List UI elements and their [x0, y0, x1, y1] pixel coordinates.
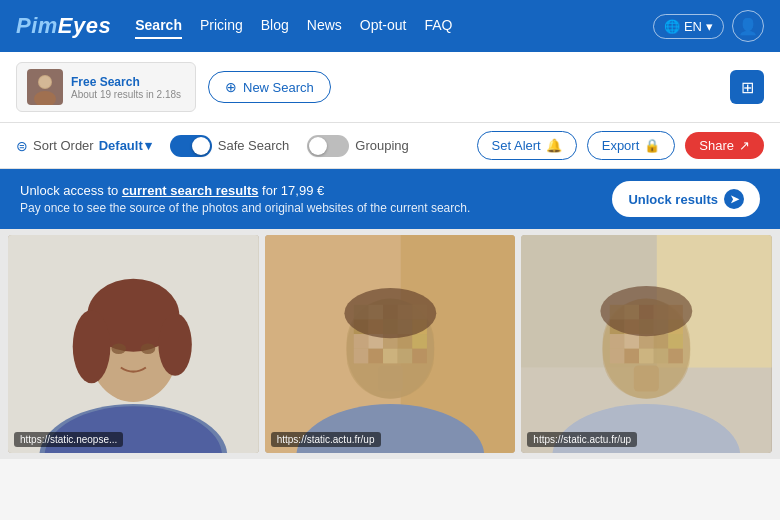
language-button[interactable]: 🌐 EN ▾ — [653, 14, 724, 39]
svg-rect-71 — [669, 349, 684, 364]
new-search-button[interactable]: ⊕ New Search — [208, 71, 331, 103]
logo: PimEyes — [16, 13, 111, 39]
header: PimEyes Search Pricing Blog News Opt-out… — [0, 0, 780, 52]
svg-point-14 — [111, 343, 126, 353]
image-label-1: https://static.neopse... — [14, 432, 123, 447]
export-button[interactable]: Export 🔒 — [587, 131, 676, 160]
svg-point-15 — [141, 343, 156, 353]
nav-pricing[interactable]: Pricing — [200, 13, 243, 39]
search-bar-area: Free Search About 19 results in 2.18s ⊕ … — [0, 52, 780, 123]
image-grid: https://static.neopse... — [0, 229, 780, 459]
svg-point-13 — [158, 313, 191, 376]
svg-rect-65 — [654, 334, 669, 349]
svg-rect-43 — [412, 349, 427, 364]
safe-search-label: Safe Search — [218, 138, 290, 153]
nav-optout[interactable]: Opt-out — [360, 13, 407, 39]
image-label-3: https://static.actu.fr/up — [527, 432, 637, 447]
nav-faq[interactable]: FAQ — [425, 13, 453, 39]
svg-rect-62 — [610, 334, 625, 349]
svg-point-3 — [39, 76, 51, 88]
globe-icon: 🌐 — [664, 19, 680, 34]
search-preview: Free Search About 19 results in 2.18s — [16, 62, 196, 112]
sort-icon: ⊜ — [16, 138, 28, 154]
image-card-2[interactable]: https://static.actu.fr/up — [265, 235, 516, 453]
svg-rect-40 — [368, 349, 383, 364]
grouping-toggle[interactable] — [307, 135, 349, 157]
chevron-icon: ▾ — [145, 138, 152, 153]
bell-icon: 🔔 — [546, 138, 562, 153]
user-button[interactable]: 👤 — [732, 10, 764, 42]
svg-point-12 — [73, 310, 111, 383]
svg-rect-70 — [654, 349, 669, 364]
share-button[interactable]: Share ↗ — [685, 132, 764, 159]
svg-rect-34 — [353, 334, 368, 349]
share-label: Share — [699, 138, 734, 153]
svg-rect-68 — [625, 349, 640, 364]
svg-rect-41 — [383, 349, 398, 364]
unlock-main-text: Unlock access to current search results … — [20, 183, 470, 198]
search-preview-title: Free Search — [71, 75, 181, 89]
unlock-highlight: current search results — [122, 183, 259, 198]
toggle-knob-2 — [309, 137, 327, 155]
nav-blog[interactable]: Blog — [261, 13, 289, 39]
image-label-2: https://static.actu.fr/up — [271, 432, 381, 447]
svg-rect-38 — [412, 334, 427, 349]
set-alert-label: Set Alert — [492, 138, 541, 153]
svg-rect-42 — [397, 349, 412, 364]
main-nav: Search Pricing Blog News Opt-out FAQ — [135, 13, 653, 39]
image-card-1[interactable]: https://static.neopse... — [8, 235, 259, 453]
set-alert-button[interactable]: Set Alert 🔔 — [477, 131, 577, 160]
svg-rect-63 — [625, 334, 640, 349]
toggle-knob — [192, 137, 210, 155]
controls-bar: ⊜ Sort Order Default ▾ Safe Search Group… — [0, 123, 780, 169]
filter-button[interactable]: ⊞ — [730, 70, 764, 104]
svg-rect-69 — [639, 349, 654, 364]
safe-search-toggle[interactable] — [170, 135, 212, 157]
sort-control: ⊜ Sort Order Default ▾ — [16, 138, 152, 154]
header-right: 🌐 EN ▾ 👤 — [653, 10, 764, 42]
chevron-down-icon: ▾ — [706, 19, 713, 34]
sort-value-button[interactable]: Default ▾ — [99, 138, 152, 153]
share-icon: ↗ — [739, 138, 750, 153]
nav-search[interactable]: Search — [135, 13, 182, 39]
unlock-text-post: for 17,99 € — [258, 183, 324, 198]
unlock-text: Unlock access to current search results … — [20, 183, 470, 215]
unlock-banner: Unlock access to current search results … — [0, 169, 780, 229]
safe-search-toggle-group: Safe Search — [170, 135, 290, 157]
svg-rect-64 — [639, 334, 654, 349]
unlock-results-label: Unlock results — [628, 192, 718, 207]
user-icon: 👤 — [738, 17, 758, 36]
new-search-label: New Search — [243, 80, 314, 95]
svg-point-72 — [601, 286, 693, 336]
search-circle-icon: ⊕ — [225, 79, 237, 95]
export-label: Export — [602, 138, 640, 153]
grid-icon: ⊞ — [741, 78, 754, 97]
arrow-right-icon: ➤ — [724, 189, 744, 209]
svg-point-44 — [344, 288, 436, 338]
nav-news[interactable]: News — [307, 13, 342, 39]
sort-label: Sort Order — [33, 138, 94, 153]
grouping-toggle-group: Grouping — [307, 135, 408, 157]
grouping-label: Grouping — [355, 138, 408, 153]
svg-rect-39 — [353, 349, 368, 364]
unlock-text-pre: Unlock access to — [20, 183, 122, 198]
lock-icon: 🔒 — [644, 138, 660, 153]
search-preview-subtitle: About 19 results in 2.18s — [71, 89, 181, 100]
svg-rect-66 — [669, 334, 684, 349]
search-preview-info: Free Search About 19 results in 2.18s — [71, 75, 181, 100]
unlock-sub-text: Pay once to see the source of the photos… — [20, 201, 470, 215]
unlock-results-button[interactable]: Unlock results ➤ — [612, 181, 760, 217]
language-label: EN — [684, 19, 702, 34]
svg-rect-67 — [610, 349, 625, 364]
image-card-3[interactable]: https://static.actu.fr/up — [521, 235, 772, 453]
search-preview-image — [27, 69, 63, 105]
